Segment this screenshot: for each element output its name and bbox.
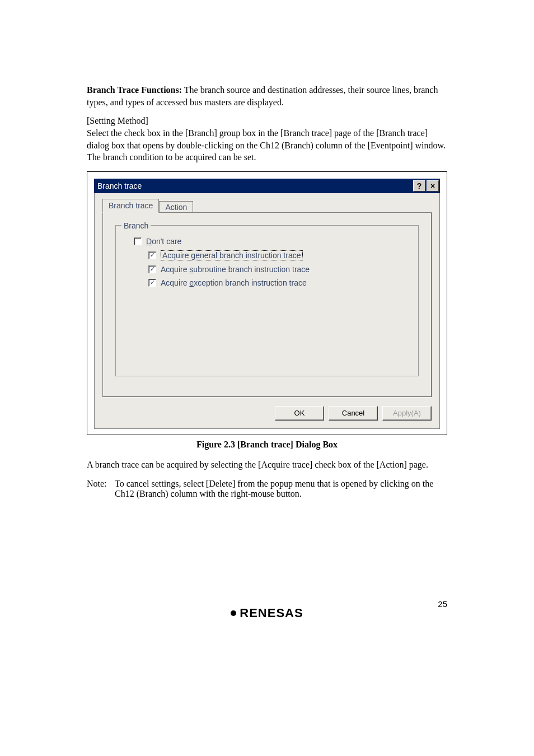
- figure-caption: Figure 2.3 [Branch trace] Dialog Box: [87, 440, 447, 450]
- help-icon: ?: [417, 181, 422, 190]
- acquire-general-label: Acquire general branch instruction trace: [161, 250, 303, 260]
- ok-button-label: OK: [294, 409, 305, 417]
- note-text: To cancel settings, select [Delete] from…: [115, 479, 447, 499]
- dont-care-label: Don't care: [146, 237, 181, 246]
- acquire-general-checkbox[interactable]: ✓: [148, 251, 156, 259]
- post-figure-text: A branch trace can be acquired by select…: [87, 459, 447, 471]
- help-button[interactable]: ?: [413, 180, 425, 192]
- tab-panel: Branch Don't care ✓ Acquire general bran…: [102, 212, 432, 397]
- intro-heading: Branch Trace Functions:: [87, 85, 182, 95]
- footer-brand: RENESAS: [0, 606, 534, 620]
- intro-paragraph: Branch Trace Functions: The branch sourc…: [87, 84, 447, 108]
- tab-strip: Branch trace Action: [102, 199, 432, 213]
- branch-groupbox: Branch Don't care ✓ Acquire general bran…: [115, 225, 419, 376]
- acquire-exception-row[interactable]: ✓ Acquire exception branch instruction t…: [148, 278, 408, 287]
- close-button[interactable]: ×: [427, 180, 439, 192]
- figure-frame: Branch trace ? × Branch trace Action Bra…: [87, 171, 447, 435]
- close-icon: ×: [430, 181, 435, 190]
- check-icon: ✓: [150, 279, 155, 286]
- tab-branch-trace-label: Branch trace: [109, 201, 153, 210]
- ok-button[interactable]: OK: [275, 406, 324, 421]
- acquire-exception-checkbox[interactable]: ✓: [148, 279, 156, 287]
- acquire-general-row[interactable]: ✓ Acquire general branch instruction tra…: [148, 250, 408, 260]
- cancel-button-label: Cancel: [342, 409, 364, 417]
- renesas-dot-icon: [231, 610, 236, 616]
- apply-button: Apply(A): [382, 406, 432, 421]
- dialog-title: Branch trace: [97, 181, 142, 190]
- dialog-titlebar: Branch trace ? ×: [94, 179, 440, 193]
- dialog-button-row: OK Cancel Apply(A): [102, 406, 432, 421]
- check-icon: ✓: [150, 266, 155, 272]
- branch-trace-dialog: Branch trace ? × Branch trace Action Bra…: [94, 179, 440, 429]
- acquire-exception-label: Acquire exception branch instruction tra…: [161, 278, 307, 287]
- tab-branch-trace[interactable]: Branch trace: [102, 199, 159, 213]
- branch-groupbox-legend: Branch: [121, 221, 151, 230]
- note-paragraph: Note: To cancel settings, select [Delete…: [87, 479, 447, 499]
- setting-method-text: Select the check box in the [Branch] gro…: [87, 127, 447, 164]
- dialog-body: Branch trace Action Branch Don't care ✓ …: [94, 193, 440, 429]
- tab-action-label: Action: [165, 203, 187, 212]
- cancel-button[interactable]: Cancel: [329, 406, 378, 421]
- dont-care-row[interactable]: Don't care: [134, 237, 408, 246]
- setting-method-label: [Setting Method]: [87, 116, 447, 126]
- renesas-logo-text: RENESAS: [240, 606, 303, 620]
- acquire-subroutine-label: Acquire subroutine branch instruction tr…: [161, 265, 310, 274]
- apply-button-label: Apply(A): [393, 409, 421, 417]
- note-label: Note:: [87, 479, 115, 499]
- acquire-subroutine-row[interactable]: ✓ Acquire subroutine branch instruction …: [148, 265, 408, 274]
- check-icon: ✓: [150, 252, 155, 258]
- acquire-subroutine-checkbox[interactable]: ✓: [148, 265, 156, 273]
- dont-care-checkbox[interactable]: [134, 237, 142, 245]
